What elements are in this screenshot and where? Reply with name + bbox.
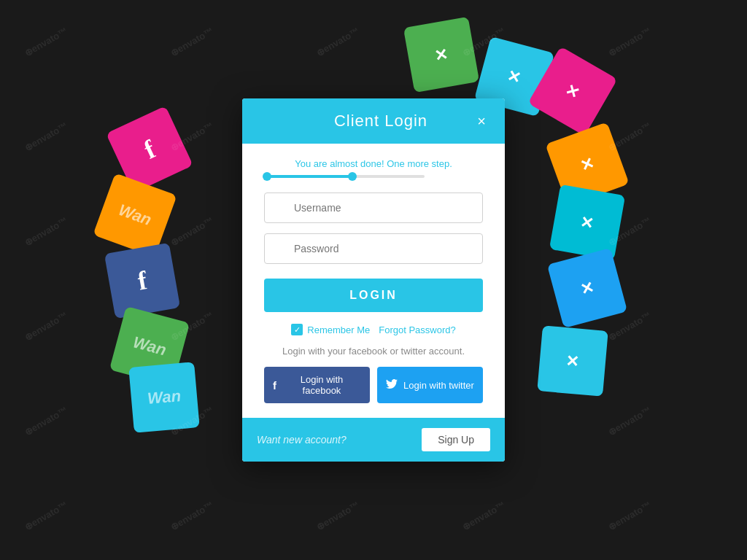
- password-wrapper: [264, 233, 483, 264]
- bg-card-10: f: [104, 243, 180, 319]
- social-text: Login with your facebook or twitter acco…: [264, 346, 483, 357]
- username-input[interactable]: [264, 192, 483, 223]
- bg-card-8: f: [106, 106, 193, 193]
- remember-me-label: Remember Me: [307, 324, 370, 335]
- progress-bar: [264, 175, 425, 178]
- username-wrapper: [264, 192, 483, 223]
- forgot-password-link[interactable]: Forgot Password?: [379, 324, 456, 335]
- want-account-text: Want new account?: [257, 434, 347, 446]
- modal-footer: Want new account? Sign Up: [242, 418, 505, 462]
- username-group: [264, 192, 483, 223]
- modal-body: You are almost done! One more step.: [242, 144, 505, 418]
- bg-card-12: Wan: [128, 362, 200, 433]
- remember-me-row[interactable]: ✓ Remember Me: [291, 324, 370, 335]
- login-modal: Client Login × You are almost done! One …: [242, 98, 505, 462]
- password-group: [264, 233, 483, 264]
- signup-button[interactable]: Sign Up: [422, 428, 490, 451]
- login-button[interactable]: LOGIN: [264, 279, 483, 312]
- progress-fill: [264, 175, 352, 178]
- facebook-btn-label: Login with facebook: [282, 374, 361, 396]
- bg-card-11: Wan: [109, 306, 190, 386]
- facebook-login-button[interactable]: f Login with facebook: [264, 367, 370, 403]
- twitter-btn-label: Login with twitter: [403, 380, 474, 391]
- twitter-login-button[interactable]: Login with twitter: [377, 367, 483, 403]
- bg-card-9: Wan: [93, 173, 177, 257]
- bg-card-4: ×: [545, 122, 629, 206]
- bg-card-3: ×: [528, 47, 618, 136]
- bg-card-2: ×: [403, 17, 479, 93]
- modal-header: Client Login ×: [242, 98, 505, 144]
- progress-dot-mid: [348, 172, 357, 181]
- modal-title: Client Login: [289, 112, 473, 131]
- bg-card-5: ×: [549, 184, 625, 260]
- facebook-icon: f: [273, 379, 276, 392]
- close-button[interactable]: ×: [473, 112, 490, 130]
- twitter-icon: [386, 379, 398, 392]
- password-input[interactable]: [264, 233, 483, 264]
- progress-section: You are almost done! One more step.: [264, 158, 483, 178]
- progress-text: You are almost done! One more step.: [264, 158, 483, 169]
- bg-card-7: ×: [537, 325, 608, 397]
- checkbox-icon: ✓: [291, 324, 303, 335]
- bg-card-6: ×: [547, 248, 627, 328]
- options-row: ✓ Remember Me Forgot Password?: [264, 324, 483, 335]
- progress-dot-start: [263, 172, 271, 181]
- social-buttons: f Login with facebook Login with twitter: [264, 367, 483, 403]
